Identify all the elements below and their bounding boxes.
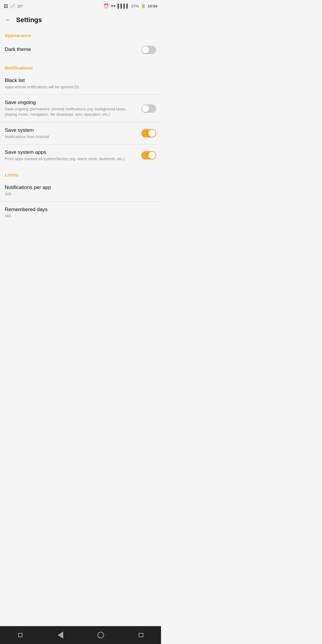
time-label: 10:04 [148, 4, 157, 8]
save-system-apps-toggle[interactable] [141, 151, 156, 160]
battery-icon: 🔋 [141, 4, 146, 8]
save-ongoing-toggle[interactable] [141, 104, 156, 113]
image-icon: 🖼 [4, 4, 8, 9]
notifications-per-app-title: Notifications per app [5, 185, 153, 191]
back-button[interactable]: ← [5, 16, 11, 24]
battery-label: 37% [131, 4, 139, 8]
black-list-subtitle: Apps whose notifications will be ignored… [5, 84, 153, 90]
settings-item-save-system-apps[interactable]: Save system apps From apps marked as sys… [0, 145, 161, 166]
dark-theme-toggle[interactable] [141, 46, 156, 54]
status-right: ⏰ ▾▾ ▌▌▌▌ 37% 🔋 10:04 [103, 3, 157, 9]
section-header-notifications: Notifications [0, 59, 161, 73]
settings-item-dark-theme[interactable]: Dark theme [0, 40, 161, 59]
alarm-icon: ⏰ [103, 3, 109, 9]
page-title: Settings [16, 16, 42, 24]
save-system-title: Save system [5, 127, 138, 133]
top-bar: ← Settings [0, 12, 161, 27]
settings-item-remembered-days[interactable]: Remembered days 365 [0, 202, 161, 224]
settings-item-save-system[interactable]: Save system Notifications from Android [0, 123, 161, 144]
settings-item-notifications-per-app[interactable]: Notifications per app 100 [0, 180, 161, 202]
dark-theme-toggle-knob [142, 46, 149, 53]
status-left: 🖼 📈 10° [4, 3, 23, 9]
save-system-toggle[interactable] [141, 129, 156, 137]
settings-content: Appearance Dark theme Notifications Blac… [0, 27, 161, 247]
section-header-appearance: Appearance [0, 27, 161, 40]
remembered-days-title: Remembered days [5, 207, 153, 213]
wifi-icon: ▾▾ [111, 3, 116, 9]
notifications-per-app-value: 100 [5, 191, 153, 197]
save-system-toggle-knob [148, 130, 156, 137]
save-system-apps-toggle-knob [148, 152, 156, 159]
status-bar: 🖼 📈 10° ⏰ ▾▾ ▌▌▌▌ 37% 🔋 10:04 [0, 0, 161, 12]
save-ongoing-toggle-knob [142, 105, 149, 112]
save-system-apps-title: Save system apps [5, 149, 138, 155]
save-ongoing-subtitle: Save ongoing (permanent, pinned) notific… [5, 106, 138, 117]
black-list-title: Black list [5, 78, 153, 83]
settings-item-save-ongoing[interactable]: Save ongoing Save ongoing (permanent, pi… [0, 95, 161, 122]
save-system-apps-subtitle: From apps marked as system/factory (eg. … [5, 156, 138, 162]
section-header-limits: Limits [0, 166, 161, 180]
save-ongoing-title: Save ongoing [5, 100, 138, 106]
pulse-icon: 📈 [10, 3, 16, 9]
save-system-subtitle: Notifications from Android [5, 134, 138, 140]
signal-icon: ▌▌▌▌ [117, 4, 129, 8]
settings-item-black-list[interactable]: Black list Apps whose notifications will… [0, 73, 161, 95]
dark-theme-title: Dark theme [5, 47, 138, 52]
temperature-label: 10° [17, 4, 23, 8]
remembered-days-value: 365 [5, 213, 153, 219]
